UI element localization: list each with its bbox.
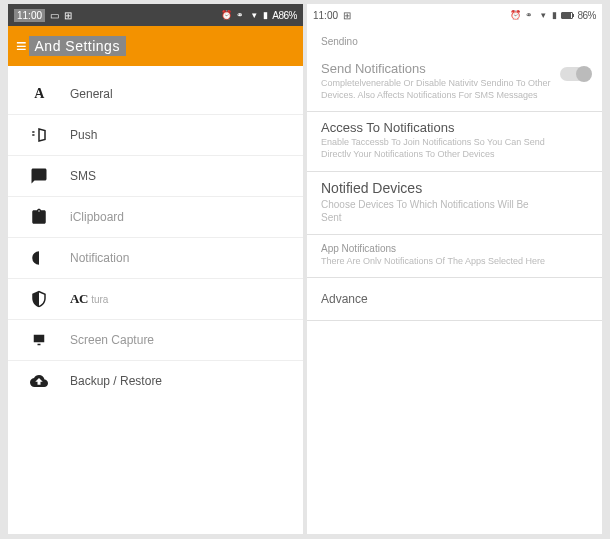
setting-notified-devices[interactable]: Notified Devices Choose Devices To Which…	[307, 172, 602, 235]
cloud-upload-icon	[26, 371, 52, 391]
menu-item-push[interactable]: Push	[8, 115, 303, 156]
battery-percent: 86%	[577, 10, 596, 21]
status-left-icons: ▭ ⊞	[49, 10, 73, 20]
setting-title: App Notifications	[321, 243, 588, 254]
settings-menu: A General Push SMS	[8, 66, 303, 401]
push-icon	[26, 125, 52, 145]
app-indicator-icon: ⊞	[342, 10, 352, 20]
section-label: Sendino	[307, 26, 602, 53]
status-right-icons: ⏰ ⚭ ▾ ▮ 86%	[510, 10, 596, 21]
clipboard-icon	[26, 207, 52, 227]
header-title: And Settings	[29, 36, 126, 56]
menu-item-screen-capture[interactable]: Screen Capture	[8, 320, 303, 361]
ac-label: AC	[70, 291, 88, 306]
setting-desc: Enable Taccessb To Join Notifications So…	[321, 137, 551, 160]
status-time: 11:00	[14, 9, 45, 22]
half-circle-icon	[26, 248, 52, 268]
setting-desc: Choose Devices To Which Notifications Wi…	[321, 198, 551, 224]
menu-item-general[interactable]: A General	[8, 74, 303, 115]
status-bar-right: 11:00 ⊞ ⏰ ⚭ ▾ ▮ 86%	[307, 4, 602, 26]
letter-a-icon: A	[26, 84, 52, 104]
toggle-switch[interactable]	[560, 67, 590, 81]
menu-label: AC tura	[70, 291, 108, 307]
shield-icon	[26, 289, 52, 309]
menu-label: Push	[70, 128, 97, 142]
menu-item-notification[interactable]: Notification	[8, 238, 303, 279]
setting-title: Send Notifications	[321, 61, 588, 76]
signal-icon: ▮	[263, 10, 268, 20]
setting-desc: Completelvenerable Or Disable Nativitv S…	[321, 78, 551, 101]
signal-icon: ▮	[552, 10, 557, 20]
menu-item-backup[interactable]: Backup / Restore	[8, 361, 303, 401]
setting-desc: There Are Onlv Notifications Of The Apps…	[321, 256, 551, 268]
sms-icon	[26, 166, 52, 186]
projector-icon	[26, 330, 52, 350]
status-right-icons: ⏰ ⚭ ▾ ▮ A86%	[221, 10, 297, 21]
setting-title: Notified Devices	[321, 180, 588, 196]
link-icon: ⚭	[524, 10, 534, 20]
status-bar-left: 11:00 ▭ ⊞ ⏰ ⚭ ▾ ▮ A86%	[8, 4, 303, 26]
setting-title: Access To Notifications	[321, 120, 588, 135]
menu-label: SMS	[70, 169, 96, 183]
wifi-icon: ▾	[249, 10, 259, 20]
header-bar: ≡ And Settings	[8, 26, 303, 66]
setting-advance[interactable]: Advance	[307, 278, 602, 321]
alarm-icon: ⏰	[221, 10, 231, 20]
menu-label: General	[70, 87, 113, 101]
setting-send-notifications[interactable]: Send Notifications Completelvenerable Or…	[307, 53, 602, 112]
menu-label: Backup / Restore	[70, 374, 162, 388]
status-left-icons: ⊞	[342, 10, 352, 20]
status-time: 11:00	[313, 10, 338, 21]
battery-icon	[561, 12, 573, 19]
menu-label: iClipboard	[70, 210, 124, 224]
setting-access-notifications[interactable]: Access To Notifications Enable Taccessb …	[307, 112, 602, 171]
link-icon: ⚭	[235, 10, 245, 20]
menu-label: Screen Capture	[70, 333, 154, 347]
menu-label: Notification	[70, 251, 129, 265]
menu-item-sms[interactable]: SMS	[8, 156, 303, 197]
menu-item-ac[interactable]: AC tura	[8, 279, 303, 320]
wifi-icon: ▾	[538, 10, 548, 20]
setting-app-notifications[interactable]: App Notifications There Are Onlv Notific…	[307, 235, 602, 279]
phone-right: 11:00 ⊞ ⏰ ⚭ ▾ ▮ 86% Sendino Send Notific…	[307, 4, 602, 534]
battery-percent: A86%	[272, 10, 297, 21]
alarm-icon: ⏰	[510, 10, 520, 20]
menu-item-clipboard[interactable]: iClipboard	[8, 197, 303, 238]
hamburger-icon[interactable]: ≡	[16, 36, 27, 57]
phone-left: 11:00 ▭ ⊞ ⏰ ⚭ ▾ ▮ A86% ≡ And Settings A …	[8, 4, 303, 534]
app-indicator-icon: ⊞	[63, 10, 73, 20]
toggle-knob	[576, 66, 592, 82]
app-indicator-icon: ▭	[49, 10, 59, 20]
